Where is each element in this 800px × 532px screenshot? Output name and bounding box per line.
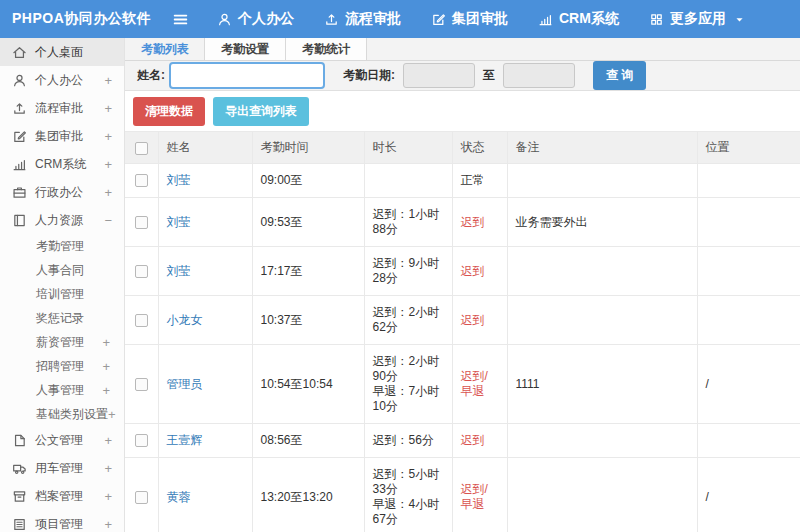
status-cell: 迟到/早退	[452, 345, 507, 424]
time-cell: 08:56至	[252, 424, 364, 458]
tab-1[interactable]: 考勤设置	[204, 38, 286, 60]
sidebar-item-3[interactable]: 集团审批+	[0, 122, 124, 150]
action-bar: 清理数据 导出查询列表	[125, 91, 800, 131]
row-checkbox[interactable]	[135, 265, 148, 278]
duration-cell: 迟到：56分	[364, 424, 452, 458]
note-cell: 业务需要外出	[507, 198, 697, 247]
topnav-item-3[interactable]: CRM系统	[523, 0, 634, 38]
checkbox-cell	[125, 247, 158, 296]
expand-sign: −	[104, 213, 112, 228]
sidebar-subitem-label: 人事管理	[36, 382, 84, 399]
expand-sign: +	[104, 73, 112, 88]
sidebar-subitem-6[interactable]: 人事管理+	[0, 378, 124, 402]
search-button[interactable]: 查 询	[593, 61, 646, 90]
sidebar-item-4[interactable]: CRM系统+	[0, 150, 124, 178]
sidebar-item-label: CRM系统	[35, 156, 104, 173]
note-cell	[507, 458, 697, 532]
row-checkbox[interactable]	[135, 491, 148, 504]
table-row: 刘莹09:53至迟到：1小时88分迟到业务需要外出	[125, 198, 800, 247]
topnav-item-label: 个人办公	[238, 10, 294, 28]
date-to-input[interactable]	[503, 63, 575, 88]
chart-icon	[538, 12, 553, 27]
sidebar-item-2[interactable]: 流程审批+	[0, 94, 124, 122]
sidebar-subitem-label: 奖惩记录	[36, 310, 84, 327]
edit-icon	[12, 129, 27, 144]
sidebar-item-9[interactable]: 档案管理+	[0, 482, 124, 510]
sidebar-item-8[interactable]: 用车管理+	[0, 454, 124, 482]
tab-2[interactable]: 考勤统计	[285, 38, 367, 60]
top-navigation: 个人办公流程审批集团审批CRM系统更多应用	[202, 0, 760, 38]
column-header: 考勤时间	[252, 132, 364, 164]
table-header-row: 姓名考勤时间时长状态备注位置	[125, 132, 800, 164]
sidebar-item-10[interactable]: 项目管理+	[0, 510, 124, 532]
employee-name-link[interactable]: 管理员	[167, 377, 203, 391]
sidebar-subitem-2[interactable]: 培训管理	[0, 282, 124, 306]
user-icon	[12, 73, 27, 88]
sidebar-item-label: 公文管理	[35, 432, 104, 449]
duration-cell: 迟到：5小时33分 早退：4小时67分	[364, 458, 452, 532]
status-cell: 迟到/早退	[452, 458, 507, 532]
app-logo[interactable]: PHPOA协同办公软件	[0, 10, 158, 28]
sidebar-item-label: 行政办公	[35, 184, 104, 201]
sidebar-item-label: 用车管理	[35, 460, 104, 477]
date-from-input[interactable]	[403, 63, 475, 88]
topnav-item-label: 集团审批	[452, 10, 508, 28]
select-all-checkbox[interactable]	[135, 142, 148, 155]
tab-0[interactable]: 考勤列表	[125, 38, 205, 60]
sidebar-item-0[interactable]: 个人桌面	[0, 38, 124, 66]
topnav-item-1[interactable]: 流程审批	[309, 0, 416, 38]
sidebar-subitem-1[interactable]: 人事合同	[0, 258, 124, 282]
archive-icon	[12, 489, 27, 504]
sidebar-subitem-4[interactable]: 薪资管理+	[0, 330, 124, 354]
location-cell: /	[697, 345, 800, 424]
sidebar-item-label: 档案管理	[35, 488, 104, 505]
time-cell: 10:37至	[252, 296, 364, 345]
employee-name-link[interactable]: 黄蓉	[167, 490, 191, 504]
sidebar-subitem-0[interactable]: 考勤管理	[0, 234, 124, 258]
checkbox-cell	[125, 164, 158, 198]
sidebar-subitem-label: 招聘管理	[36, 358, 84, 375]
row-checkbox[interactable]	[135, 434, 148, 447]
row-checkbox[interactable]	[135, 378, 148, 391]
sidebar-subitem-3[interactable]: 奖惩记录	[0, 306, 124, 330]
topnav-item-4[interactable]: 更多应用	[634, 0, 760, 38]
employee-name-link[interactable]: 刘莹	[167, 173, 191, 187]
time-cell: 13:20至13:20	[252, 458, 364, 532]
topnav-item-0[interactable]: 个人办公	[202, 0, 309, 38]
sidebar-item-5[interactable]: 行政办公+	[0, 178, 124, 206]
topnav-item-2[interactable]: 集团审批	[416, 0, 523, 38]
employee-name-link[interactable]: 小龙女	[167, 313, 203, 327]
sidebar-subitem-7[interactable]: 基础类别设置+	[0, 402, 124, 426]
note-cell: 1111	[507, 345, 697, 424]
caret-down-icon	[734, 14, 745, 25]
sidebar-item-6[interactable]: 人力资源−	[0, 206, 124, 234]
expand-sign: +	[104, 517, 112, 532]
duration-cell	[364, 164, 452, 198]
time-cell: 09:53至	[252, 198, 364, 247]
row-checkbox[interactable]	[135, 314, 148, 327]
name-input[interactable]	[169, 62, 325, 89]
table-row: 黄蓉13:20至13:20迟到：5小时33分 早退：4小时67分迟到/早退/	[125, 458, 800, 532]
sidebar-item-1[interactable]: 个人办公+	[0, 66, 124, 94]
sidebar-item-label: 集团审批	[35, 128, 104, 145]
header-checkbox-cell	[125, 132, 158, 164]
employee-name-link[interactable]: 刘莹	[167, 264, 191, 278]
sidebar-subitem-5[interactable]: 招聘管理+	[0, 354, 124, 378]
export-list-button[interactable]: 导出查询列表	[213, 97, 309, 126]
top-bar: PHPOA协同办公软件 个人办公流程审批集团审批CRM系统更多应用	[0, 0, 800, 38]
employee-name-link[interactable]: 刘莹	[167, 215, 191, 229]
sidebar-subitem-label: 基础类别设置	[36, 406, 108, 423]
row-checkbox[interactable]	[135, 216, 148, 229]
note-cell	[507, 247, 697, 296]
expand-sign: +	[102, 335, 110, 350]
doc-icon	[12, 433, 27, 448]
clean-data-button[interactable]: 清理数据	[133, 97, 205, 126]
hamburger-icon[interactable]	[158, 11, 202, 28]
expand-sign: +	[104, 433, 112, 448]
checkbox-cell	[125, 424, 158, 458]
sidebar-item-7[interactable]: 公文管理+	[0, 426, 124, 454]
row-checkbox[interactable]	[135, 174, 148, 187]
sidebar-item-label: 个人办公	[35, 72, 104, 89]
employee-name-link[interactable]: 王壹辉	[167, 433, 203, 447]
duration-cell: 迟到：9小时28分	[364, 247, 452, 296]
